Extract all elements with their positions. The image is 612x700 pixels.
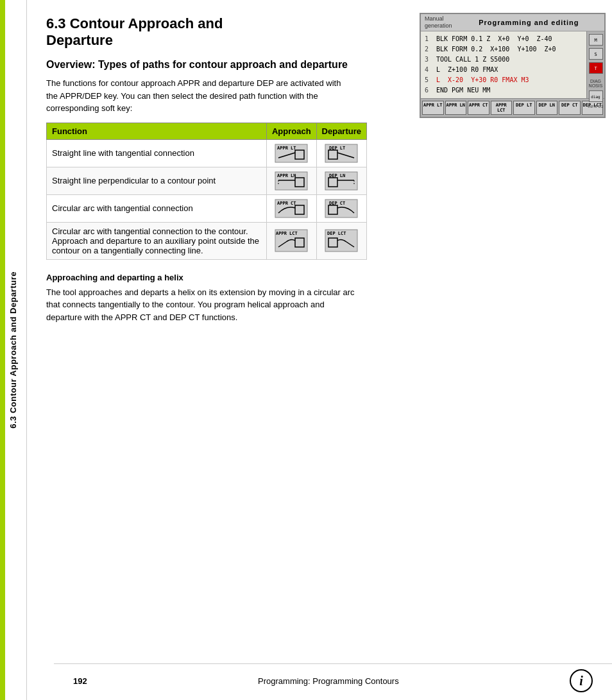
sidebar: 6.3 Contour Approach and Departure — [0, 0, 27, 700]
function-cell: Circular arc with tangential connection … — [47, 222, 267, 259]
softkey-dep-ct[interactable]: DEP CT — [559, 101, 581, 115]
table-row: Straight line perpendicular to a contour… — [47, 167, 367, 194]
function-cell: Straight line with tangential connection — [47, 139, 267, 167]
cnc-btn-diag[interactable]: diag — [589, 90, 603, 102]
departure-cell-3: DEP LCT — [316, 222, 366, 259]
sidebar-accent-bar — [0, 0, 5, 700]
dep-ct-icon: DEP CT — [325, 199, 358, 218]
cnc-softkeys: APPR LT APPR LN APPR CT APPR LCT DEP LT … — [422, 101, 603, 115]
helix-title: Approaching and departing a helix — [46, 273, 593, 282]
function-cell: Circular arc with tangential connection — [47, 194, 267, 222]
cnc-header-title: Programming and editing — [457, 19, 600, 26]
helix-text: The tool approaches and departs a helix … — [46, 286, 361, 324]
footer-info-icon: i — [570, 669, 593, 692]
departure-cell-0: DEP LT — [316, 139, 366, 167]
footer-title: Programming: Programming Contours — [258, 676, 399, 686]
dep-ln-icon: DEP LN — [325, 171, 358, 191]
svg-text:APPR LN: APPR LN — [277, 173, 296, 178]
cnc-diagnosis-label: DIAGNOSIS — [589, 79, 603, 88]
function-cell: Straight line perpendicular to a contour… — [47, 167, 267, 194]
appr-ct-icon: APPR CT — [275, 199, 308, 218]
cnc-line-2: 2 BLK FORM 0.2 X+100 Y+100 Z+0 — [425, 44, 584, 55]
intro-text: The functions for contour approach APPR … — [46, 77, 354, 115]
cnc-line-1: 1 BLK FORM 0.1 Z X+0 Y+0 Z-40 — [425, 34, 584, 44]
cnc-bottom-bar: APPR LT APPR LN APPR CT APPR LCT DEP LT … — [421, 98, 604, 117]
approach-cell-0: APPR LT — [266, 139, 316, 167]
dep-lct-icon: DEP LCT — [325, 229, 358, 252]
svg-text:APPR CT: APPR CT — [277, 201, 296, 206]
main-content: Manual generation Programming and editin… — [27, 0, 612, 700]
softkey-dep-ln[interactable]: DEP LN — [536, 101, 558, 115]
cnc-screen: Manual generation Programming and editin… — [420, 13, 606, 118]
cnc-code-area: 1 BLK FORM 0.1 Z X+0 Y+0 Z-40 2 BLK FORM… — [421, 31, 604, 98]
appr-lt-icon: APPR LT — [275, 144, 308, 163]
function-table: Function Approach Departure Straight lin… — [46, 123, 367, 260]
approach-cell-3: APPR LCT — [266, 222, 316, 259]
cnc-right-buttons: M S T DIAGNOSIS diag INFO 1/2 — [586, 31, 604, 98]
col-function: Function — [47, 123, 267, 139]
cnc-line-5: 5 L X-20 Y+30 R0 FMAX M3 — [425, 75, 584, 85]
cnc-btn-m[interactable]: M — [589, 34, 603, 46]
cnc-line-6: 6 END PGM NEU MM — [425, 85, 584, 96]
table-row: Circular arc with tangential connection … — [47, 194, 367, 222]
cnc-header: Manual generation Programming and editin… — [421, 14, 604, 31]
sidebar-label: 6.3 Contour Approach and Departure — [8, 271, 18, 429]
softkey-dep-lt[interactable]: DEP LT — [513, 101, 535, 115]
approach-cell-1: APPR LN — [266, 167, 316, 194]
cnc-info-label: INFO 1/2 — [588, 105, 603, 108]
table-row: Circular arc with tangential connection … — [47, 222, 367, 259]
softkey-appr-ln[interactable]: APPR LN — [445, 101, 467, 115]
svg-text:APPR LT: APPR LT — [277, 146, 296, 151]
softkey-appr-lt[interactable]: APPR LT — [422, 101, 444, 115]
footer: 192 Programming: Programming Contours i — [54, 663, 612, 692]
table-row: Straight line with tangential connection… — [47, 139, 367, 167]
cnc-header-left: Manual generation — [425, 15, 452, 30]
cnc-line-4: 4 L Z+100 R0 FMAX — [425, 65, 584, 75]
departure-cell-2: DEP CT — [316, 194, 366, 222]
appr-ln-icon: APPR LN — [275, 171, 308, 191]
col-departure: Departure — [316, 123, 366, 139]
softkey-appr-lct[interactable]: APPR LCT — [491, 101, 513, 115]
cnc-body: 1 BLK FORM 0.1 Z X+0 Y+0 Z-40 2 BLK FORM… — [421, 31, 604, 98]
softkey-appr-ct[interactable]: APPR CT — [468, 101, 489, 115]
helix-section: Approaching and departing a helix The to… — [46, 273, 593, 324]
dep-lt-icon: DEP LT — [325, 144, 358, 163]
cnc-btn-t[interactable]: T — [589, 62, 603, 74]
approach-cell-2: APPR CT — [266, 194, 316, 222]
footer-page: 192 — [73, 676, 87, 686]
cnc-btn-s[interactable]: S — [589, 48, 603, 60]
cnc-line-3: 3 TOOL CALL 1 Z S5000 — [425, 55, 584, 65]
svg-text:DEP LCT: DEP LCT — [327, 231, 346, 236]
appr-lct-icon: APPR LCT — [275, 229, 308, 252]
svg-text:APPR LCT: APPR LCT — [276, 231, 298, 236]
col-approach: Approach — [266, 123, 316, 139]
departure-cell-1: DEP LN — [316, 167, 366, 194]
